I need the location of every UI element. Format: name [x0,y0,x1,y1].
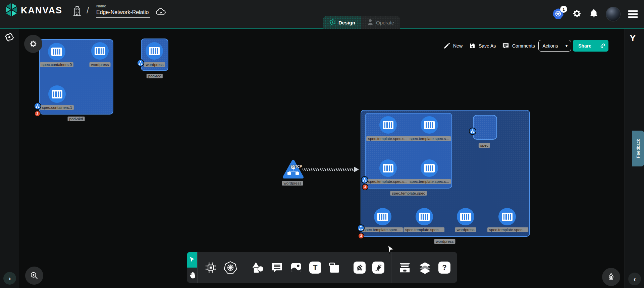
canvas-toolbar: T [187,252,457,283]
app-header: KANVAS / Name [0,0,644,29]
actions-dropdown-button[interactable]: Actions ▾ [538,40,571,52]
container-node-spec-containers-1[interactable] [48,85,66,103]
service-node-wordpress[interactable] [282,159,304,180]
node-label: spec.template.spec.s... [366,179,409,184]
relationship-badge-icon[interactable] [357,224,365,232]
kanvas-logo-icon [5,3,18,18]
integrations-tool-button[interactable] [204,261,217,274]
hand-icon [188,271,197,280]
help-button[interactable]: ? [438,262,450,274]
container-node[interactable] [421,159,438,177]
container-icon [383,121,393,129]
service-node-label: wordpress [282,181,303,186]
container-icon [149,47,160,55]
container-node[interactable] [498,208,516,225]
container-node-spec-containers-0[interactable] [48,43,65,60]
actions-divider [562,40,562,51]
edge-service-to-deployment[interactable] [303,168,356,171]
designs-drawer-button[interactable] [398,261,412,274]
container-icon [424,164,435,172]
sticky-note-tool-button[interactable] [328,262,340,274]
container-node[interactable] [374,208,391,225]
container-node[interactable] [416,208,433,225]
container-node[interactable] [379,116,397,134]
header-right-controls: 1 [552,0,638,28]
feedback-tab[interactable]: Feedback [632,131,644,166]
design-spiral-icon [329,19,336,26]
user-avatar[interactable] [606,7,621,21]
kubernetes-components-button[interactable] [224,261,237,274]
node-label: spec.template.spec.... [362,227,403,232]
menu-hamburger-icon[interactable] [628,10,638,18]
container-node-wordpress-rcc[interactable] [146,42,163,60]
relationship-badge-icon[interactable] [137,59,144,67]
group-spec-template-spec[interactable] [365,113,452,189]
save-as-button[interactable]: Save As [469,40,496,52]
relationship-badge-icon[interactable] [469,128,476,135]
design-canvas[interactable]: New Save As Comments Actions ▾ Share [19,29,625,288]
new-button[interactable]: New [443,40,463,52]
cursor-icon [189,256,196,263]
tab-operate[interactable]: Operate [361,16,400,29]
breadcrumb-separator: / [87,5,89,16]
comment-tool-button[interactable] [271,262,283,273]
text-tool-button[interactable]: T [309,262,321,274]
spec-node-label: spec [479,143,490,148]
pan-tool-button[interactable] [187,268,197,283]
container-node[interactable] [379,159,397,177]
pencil-scribble-icon [372,262,384,274]
error-count-badge[interactable]: 3 [362,184,368,190]
feedback-label: Feedback [636,139,641,158]
container-icon [424,121,435,129]
edge-arrowhead [354,167,359,172]
tab-design[interactable]: Design [323,16,361,29]
comments-button[interactable]: Comments [502,40,535,52]
gear-node-button[interactable] [24,35,42,53]
container-node[interactable] [457,208,474,225]
relationship-badge-icon[interactable] [361,176,368,184]
expand-left-panel-button[interactable]: › [3,272,16,285]
layers-button[interactable] [418,261,432,274]
design-name-label: Name [96,4,150,8]
container-node-wordpress[interactable] [91,42,109,60]
caret-down-icon[interactable]: ▾ [562,44,571,48]
shapes-tool-button[interactable] [251,262,264,274]
image-tool-button[interactable] [290,262,303,274]
cloud-sync-icon [155,7,167,18]
kubernetes-context-button[interactable]: 1 [552,8,565,20]
error-count-badge[interactable]: 3 [358,233,364,239]
notifications-bell-icon[interactable] [589,8,598,20]
relationship-badge-icon[interactable] [34,102,41,110]
design-name-input[interactable] [96,8,150,18]
container-icon [377,213,388,221]
copy-link-icon[interactable] [597,43,608,49]
freehand-tool-button[interactable] [372,262,384,274]
chevron-right-icon: › [9,275,11,282]
kubernetes-context-badge: 1 [560,6,567,13]
node-label: spec.template.spec.s... [366,136,409,141]
draw-tools [347,252,391,283]
settings-gear-icon[interactable] [572,8,582,20]
new-label: New [453,43,463,49]
spec-node[interactable] [473,115,497,140]
node-label: spec.containers.0 [40,62,73,67]
group-label-pod-rcc: pod-rcc [147,74,163,78]
brand[interactable]: KANVAS [5,3,62,18]
error-count-badge[interactable]: 2 [34,111,41,117]
meshery-spiral-icon[interactable] [4,32,14,44]
chevron-left-icon: ‹ [634,275,636,283]
container-icon [502,213,513,221]
node-label: wordpress [89,62,110,67]
select-tool-button[interactable] [187,252,197,268]
pen-mode-button[interactable] [602,268,620,286]
share-button[interactable]: Share [573,40,608,52]
pen-tool-button[interactable] [354,262,366,274]
expand-right-panel-button[interactable]: ‹ [628,273,641,285]
yaml-panel-icon[interactable]: Y [630,33,636,44]
organization-icon[interactable] [72,5,82,18]
group-label-spec-template-spec: spec.template.spec [390,191,427,196]
container-icon [460,213,471,221]
share-label: Share [573,43,597,49]
zoom-button[interactable] [25,267,43,285]
container-node[interactable] [421,116,438,134]
